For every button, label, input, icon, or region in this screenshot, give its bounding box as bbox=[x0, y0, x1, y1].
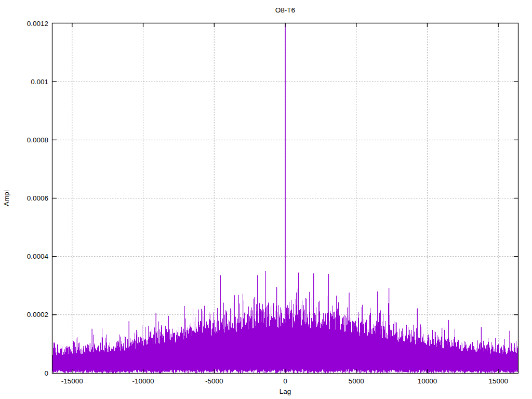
y-tick-label: 0.0006 bbox=[27, 194, 48, 202]
x-tick-label: 5000 bbox=[349, 377, 364, 385]
y-axis-label: Ampl bbox=[3, 190, 10, 206]
chart-title: O8-T6 bbox=[275, 6, 295, 14]
y-tick-label: 0.0012 bbox=[27, 20, 48, 28]
y-tick-label: 0.001 bbox=[31, 78, 48, 86]
x-tick-label: 0 bbox=[283, 377, 287, 385]
chart-figure: -15000-10000-500005000100001500000.00020… bbox=[0, 0, 532, 399]
x-tick-label: 10000 bbox=[418, 377, 437, 385]
y-tick-label: 0.0008 bbox=[27, 136, 48, 144]
x-tick-label: -5000 bbox=[205, 377, 223, 385]
y-tick-label: 0.0002 bbox=[27, 311, 48, 318]
x-tick-label: 15000 bbox=[488, 377, 508, 385]
x-axis-label: Lag bbox=[280, 388, 291, 395]
correlation-chart-svg: -15000-10000-500005000100001500000.00020… bbox=[0, 0, 532, 399]
y-tick-label: 0 bbox=[44, 369, 48, 377]
x-tick-label: -15000 bbox=[61, 377, 83, 385]
y-tick-label: 0.0004 bbox=[27, 252, 49, 260]
x-tick-label: -10000 bbox=[132, 377, 154, 385]
